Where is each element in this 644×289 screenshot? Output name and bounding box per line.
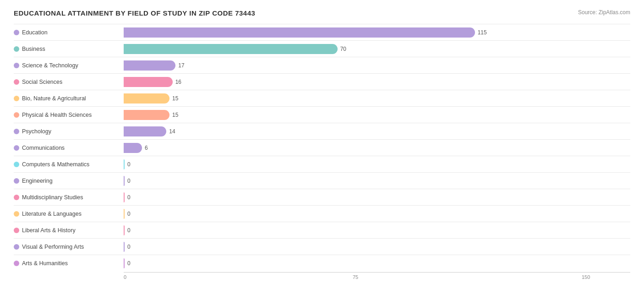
bar-value-label: 17 [178,62,184,69]
bar-area: 14 [124,126,630,136]
bar-label-text: Physical & Health Sciences [22,112,92,118]
bar-label: Visual & Performing Arts [14,244,124,250]
bar-area: 0 [124,209,630,219]
bar-label: Physical & Health Sciences [14,112,124,118]
bar-dot [14,30,19,35]
bar-value-label: 115 [478,29,487,36]
bar-dot [14,211,19,217]
x-axis-tick: 150 [582,274,590,280]
bar-row: Liberal Arts & History0 [14,222,630,238]
bar-row: Literature & Languages0 [14,205,630,222]
bar-row: Multidisciplinary Studies0 [14,189,630,205]
bar-value-label: 14 [169,128,175,135]
bar-dot [14,261,19,266]
bar-value-label: 16 [175,79,181,85]
bar-label: Engineering [14,178,124,184]
bar-label: Literature & Languages [14,211,124,217]
bar-label-text: Multidisciplinary Studies [22,194,83,201]
bar-row: Bio, Nature & Agricultural15 [14,90,630,106]
bar-area: 17 [124,60,630,71]
bar-dot [14,96,19,101]
bar-fill [124,77,173,87]
bar-label-text: Arts & Humanities [22,260,68,267]
bar-fill [124,110,169,120]
chart-title: EDUCATIONAL ATTAINMENT BY FIELD OF STUDY… [14,9,255,17]
bar-dot [14,178,19,184]
bar-value-label: 15 [172,95,178,102]
bar-label-text: Liberal Arts & History [22,227,76,234]
bar-label: Science & Technology [14,62,124,69]
bar-row: Science & Technology17 [14,57,630,73]
bar-area: 0 [124,225,630,235]
bar-area: 115 [124,27,630,38]
bar-row: Physical & Health Sciences15 [14,106,630,123]
bar-row: Social Sciences16 [14,73,630,90]
chart-header: EDUCATIONAL ATTAINMENT BY FIELD OF STUDY… [14,9,630,20]
bar-dot [14,145,19,151]
bar-row: Business70 [14,40,630,57]
bar-label-text: Computers & Mathematics [22,161,89,168]
bar-row: Psychology14 [14,123,630,139]
bar-fill [124,225,125,235]
bar-label: Communications [14,145,124,151]
bar-value-label: 70 [340,46,346,52]
source-label: Source: ZipAtlas.com [578,9,630,16]
bar-dot [14,162,19,167]
bar-area: 16 [124,77,630,87]
bar-row: Computers & Mathematics0 [14,156,630,172]
bar-label: Education [14,29,124,36]
bar-area: 70 [124,44,630,54]
bar-dot [14,63,19,68]
bar-label: Bio, Nature & Agricultural [14,95,124,102]
bar-value-label: 0 [127,227,131,234]
bar-fill [124,242,125,252]
bar-area: 0 [124,242,630,252]
x-axis-tick: 75 [353,274,358,280]
bar-fill [124,126,166,136]
bar-value-label: 0 [127,194,131,201]
x-axis: 075150 [124,272,630,281]
bar-row: Engineering0 [14,172,630,189]
bars-container: Education115Business70Science & Technolo… [14,24,630,271]
bar-area: 0 [124,159,630,169]
bar-dot [14,195,19,200]
x-axis-tick: 0 [124,274,126,280]
bar-row: Arts & Humanities0 [14,255,630,271]
bar-area: 15 [124,93,630,104]
bar-label: Multidisciplinary Studies [14,194,124,201]
bar-label-text: Communications [22,145,65,151]
bar-label: Liberal Arts & History [14,227,124,234]
bar-fill [124,258,125,268]
bar-fill [124,192,125,202]
bar-value-label: 15 [172,112,178,118]
bar-label: Arts & Humanities [14,260,124,267]
bar-area: 0 [124,176,630,186]
bar-label-text: Education [22,29,48,36]
bar-value-label: 0 [127,260,131,267]
bar-row: Visual & Performing Arts0 [14,238,630,255]
bar-label: Business [14,46,124,52]
bar-area: 0 [124,192,630,202]
bar-value-label: 6 [145,145,148,151]
bar-value-label: 0 [127,211,131,217]
bar-row: Education115 [14,24,630,40]
bar-label-text: Bio, Nature & Agricultural [22,95,86,102]
bar-fill [124,159,125,169]
bar-value-label: 0 [127,178,131,184]
bar-area: 6 [124,143,630,153]
bar-fill [124,93,169,104]
bar-label: Computers & Mathematics [14,161,124,168]
bar-dot [14,244,19,250]
bar-area: 15 [124,110,630,120]
bar-label-text: Visual & Performing Arts [22,244,84,250]
bar-fill [124,143,142,153]
bar-fill [124,176,125,186]
bar-dot [14,112,19,118]
bar-value-label: 0 [127,244,131,250]
bar-fill [124,60,175,71]
bar-dot [14,228,19,233]
bar-row: Communications6 [14,139,630,156]
bar-dot [14,79,19,85]
bar-label-text: Business [22,46,45,52]
bar-label-text: Social Sciences [22,79,62,85]
